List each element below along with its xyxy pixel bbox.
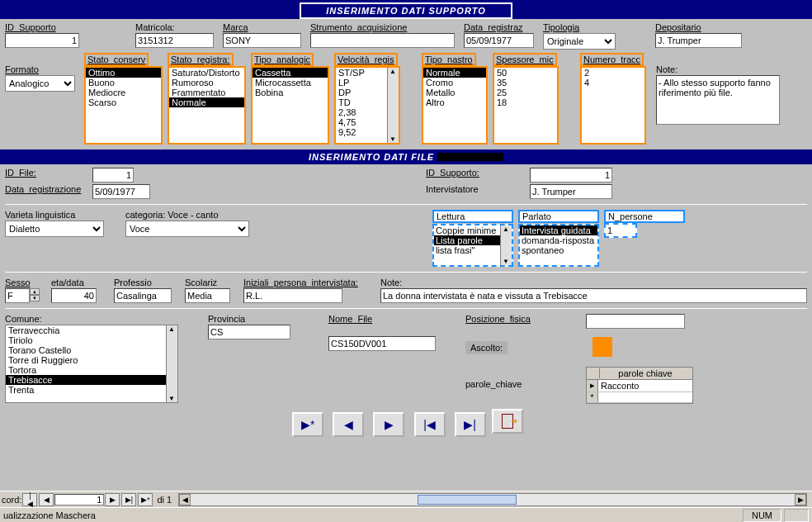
btn-last[interactable]: ▶| [455, 412, 486, 437]
btn-prev[interactable]: ◀ [333, 412, 364, 437]
select-formato[interactable]: Analogico [5, 75, 75, 92]
label-id-file: ID_File: [5, 168, 87, 178]
label-eta: eta/data [51, 278, 109, 287]
label-formato: Formato [5, 64, 79, 74]
title-numero-tracc: Numero_tracc [580, 53, 644, 66]
input-nomefile[interactable] [328, 336, 436, 351]
title-tipo-nastro: Tipo_nastro [422, 53, 476, 66]
input-professione[interactable] [114, 288, 172, 303]
label-professione: Professio [114, 278, 180, 287]
label-note-file: Note: [380, 278, 807, 287]
input-data-reg-file[interactable] [92, 184, 150, 199]
input-depositario[interactable] [655, 33, 742, 48]
record-label: cord: [2, 495, 21, 505]
rec-next[interactable]: ▶ [105, 493, 120, 506]
status-bar: ualizzazione Maschera NUM [0, 507, 812, 522]
input-intervistatore[interactable] [530, 184, 612, 199]
list-tipo-analogic[interactable]: Cassetta Microcassetta Bobina [251, 66, 329, 145]
title-stato-conserv: Stato_conserv [84, 53, 149, 66]
rec-of: di 1 [157, 495, 172, 505]
input-strumento[interactable] [310, 33, 455, 48]
grid-parole-chiave[interactable]: parole chiave ▸Racconto * [586, 367, 693, 404]
select-tipologia[interactable]: Originale [543, 33, 616, 50]
horizontal-scrollbar[interactable]: ◀ ▶ [178, 493, 807, 506]
input-id-supporto[interactable] [5, 33, 79, 48]
list-velocita[interactable]: ST/SP LP DP TD 2,38 4,75 9,52 [334, 66, 400, 145]
title-velocita: Velocità_regis [334, 53, 398, 66]
input-id-supporto2[interactable] [530, 168, 612, 183]
title-spessore: Spessore_mic [493, 53, 557, 66]
label-data-reg-file: Data_registrazione [5, 184, 87, 194]
label-scolariz: Scolariz [185, 278, 238, 287]
label-varieta: Varieta linguistica [5, 210, 120, 220]
input-scolariz[interactable] [185, 288, 230, 303]
label-categoria: categoria: Voce - canto [125, 210, 257, 220]
scroll-lettura[interactable] [500, 225, 512, 265]
label-strumento: Strumento_acquisizione [310, 22, 459, 32]
list-spessore[interactable]: 50 35 25 18 [493, 66, 559, 145]
input-iniziali[interactable] [243, 288, 342, 303]
label-intervistatore: Intervistatore [426, 184, 525, 194]
label-lettura: Lettura [432, 210, 513, 223]
input-marca[interactable] [223, 33, 301, 48]
btn-exit[interactable] [492, 409, 523, 434]
textarea-note-supporto[interactable]: - Allo stesso supporto fanno riferimento… [656, 75, 780, 125]
input-sesso[interactable] [5, 288, 30, 303]
list-tipo-nastro[interactable]: Normale Cromo Metallo Altro [422, 66, 488, 145]
rec-number[interactable] [54, 494, 104, 505]
label-marca: Marca [223, 22, 305, 32]
input-posizione[interactable] [586, 314, 685, 329]
label-depositario: Depositario [655, 22, 746, 32]
status-num: NUM [743, 509, 781, 522]
btn-first-star[interactable]: ▶* [292, 412, 323, 437]
label-iniziali: Iniziali_persona_intervistata: [243, 278, 375, 287]
header-supporto: INSERIMENTO DATI SUPPORTO [300, 2, 512, 19]
btn-first[interactable]: |◀ [414, 412, 446, 437]
label-ascolto: Ascolto: [465, 341, 508, 354]
door-exit-icon [502, 414, 513, 429]
btn-next[interactable]: ▶ [373, 412, 404, 437]
scroll-velocita[interactable] [387, 68, 399, 143]
label-matricola: Matricola: [135, 22, 218, 32]
header-file: INSERIMENTO DATI FILE [309, 149, 503, 164]
rec-first[interactable]: |◀ [22, 493, 37, 506]
list-numero-tracc[interactable]: 2 4 [580, 66, 646, 145]
status-mode: ualizzazione Maschera [3, 510, 96, 520]
label-provincia: Provincia [208, 314, 299, 324]
ascolto-indicator[interactable] [592, 337, 612, 357]
list-comune[interactable]: Terravecchia Tiriolo Torano Castello Tor… [5, 325, 178, 403]
select-varieta[interactable]: Dialetto [5, 221, 104, 237]
status-empty [784, 509, 809, 522]
input-matricola[interactable] [135, 33, 214, 48]
label-parlato: Parlato [518, 210, 599, 223]
label-id-supporto: ID_Supporto [5, 22, 94, 32]
list-lettura[interactable]: Coppie minime Lista parole lista frasi" [432, 224, 513, 267]
list-parlato[interactable]: Intervista guidata domanda-risposta spon… [518, 224, 599, 267]
label-data-registraz: Data_registraz [464, 22, 538, 32]
rec-last[interactable]: ▶| [121, 493, 136, 506]
label-note-supporto: Note: [656, 64, 780, 74]
input-note-file[interactable] [380, 288, 807, 303]
input-eta[interactable] [51, 288, 97, 303]
label-id-supporto2: ID_Supporto: [426, 168, 525, 178]
scroll-comune[interactable] [166, 325, 177, 402]
label-posizione: Posizione_fisica [465, 314, 581, 324]
rec-prev[interactable]: ◀ [39, 493, 54, 506]
select-categoria[interactable]: Voce [125, 221, 249, 237]
list-stato-conserv[interactable]: Ottimo Buono Mediocre Scarso [84, 66, 163, 145]
label-tipologia: Tipologia [543, 22, 617, 32]
list-stato-registra[interactable]: Saturato/Distorto Rumoroso Frammentato N… [168, 66, 246, 145]
spinner-sesso[interactable]: ▲▼ [30, 288, 40, 303]
input-id-file[interactable] [92, 168, 134, 183]
label-parole-chiave: parole_chiave [465, 379, 581, 389]
label-nomefile: Nome_File [328, 314, 436, 324]
label-npersone: N_persone [604, 210, 685, 223]
input-npersone[interactable] [604, 223, 637, 238]
rec-new[interactable]: ▶* [138, 493, 153, 506]
title-stato-registra: Stato_registra: [168, 53, 234, 66]
record-navigation-bar: cord: |◀ ◀ ▶ ▶| ▶* di 1 ◀ ▶ [0, 491, 812, 507]
input-data-registraz[interactable] [464, 33, 534, 48]
input-provincia[interactable] [208, 325, 290, 339]
title-tipo-analogic: Tipo_analogic [251, 53, 314, 66]
label-comune: Comune: [5, 314, 178, 324]
